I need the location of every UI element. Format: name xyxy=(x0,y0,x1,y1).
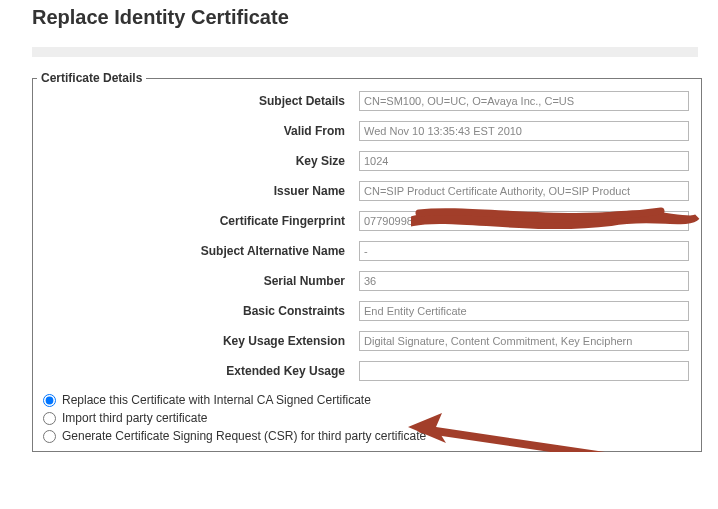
field-subject-details xyxy=(359,91,689,111)
label-ext-key-usage: Extended Key Usage xyxy=(45,364,345,378)
radio-import-third-party[interactable] xyxy=(43,412,56,425)
field-key-usage xyxy=(359,331,689,351)
option-generate-csr[interactable]: Generate Certificate Signing Request (CS… xyxy=(43,427,701,445)
option-import-third-party[interactable]: Import third party certificate xyxy=(43,409,701,427)
field-key-size xyxy=(359,151,689,171)
option-replace-internal[interactable]: Replace this Certificate with Internal C… xyxy=(43,391,701,409)
certificate-details-fieldset: Certificate Details Subject Details Vali… xyxy=(32,71,702,452)
section-divider xyxy=(32,47,698,57)
label-subject-details: Subject Details xyxy=(45,94,345,108)
field-san xyxy=(359,241,689,261)
certificate-action-options: Replace this Certificate with Internal C… xyxy=(33,383,701,451)
label-san: Subject Alternative Name xyxy=(45,244,345,258)
option-generate-csr-label: Generate Certificate Signing Request (CS… xyxy=(62,427,426,445)
radio-replace-internal[interactable] xyxy=(43,394,56,407)
field-basic-constraints xyxy=(359,301,689,321)
certificate-details-legend: Certificate Details xyxy=(37,71,146,85)
field-serial xyxy=(359,271,689,291)
option-import-third-party-label: Import third party certificate xyxy=(62,409,207,427)
radio-generate-csr[interactable] xyxy=(43,430,56,443)
label-basic-constraints: Basic Constraints xyxy=(45,304,345,318)
field-ext-key-usage xyxy=(359,361,689,381)
label-fingerprint: Certificate Fingerprint xyxy=(45,214,345,228)
field-issuer-name xyxy=(359,181,689,201)
label-valid-from: Valid From xyxy=(45,124,345,138)
option-replace-internal-label: Replace this Certificate with Internal C… xyxy=(62,391,371,409)
field-valid-from xyxy=(359,121,689,141)
field-fingerprint xyxy=(359,211,689,231)
page-title: Replace Identity Certificate xyxy=(32,6,698,29)
label-serial: Serial Number xyxy=(45,274,345,288)
label-key-usage: Key Usage Extension xyxy=(45,334,345,348)
label-key-size: Key Size xyxy=(45,154,345,168)
label-issuer-name: Issuer Name xyxy=(45,184,345,198)
